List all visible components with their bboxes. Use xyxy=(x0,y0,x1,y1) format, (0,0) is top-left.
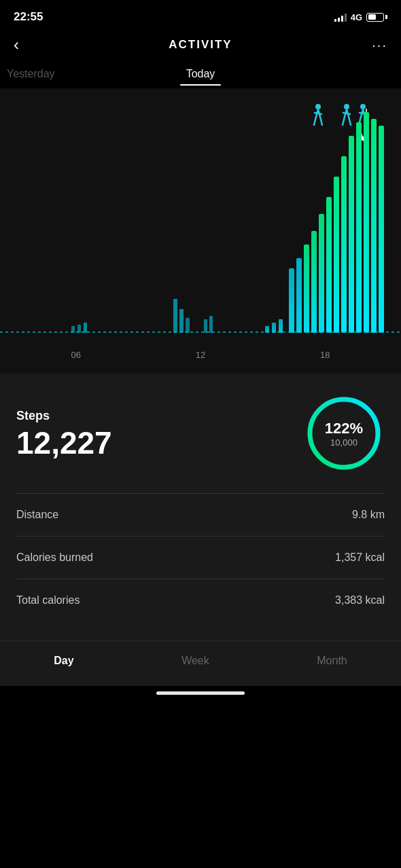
circle-center: 122% 10,000 xyxy=(325,420,363,448)
svg-rect-33 xyxy=(319,214,324,333)
x-axis-labels: 06 12 18 xyxy=(0,350,401,360)
total-calories-label: Total calories xyxy=(16,594,80,607)
network-type: 4G xyxy=(351,12,362,22)
svg-rect-40 xyxy=(371,119,377,333)
activity-chart: ★ xyxy=(0,88,401,374)
tab-month[interactable]: Month xyxy=(303,652,360,670)
svg-rect-41 xyxy=(379,126,384,333)
calories-burned-label: Calories burned xyxy=(16,551,93,564)
header: ‹ ACTIVITY ··· xyxy=(0,30,401,62)
svg-rect-39 xyxy=(364,112,369,333)
status-time: 22:55 xyxy=(14,10,43,24)
x-label-18: 18 xyxy=(320,350,330,360)
svg-rect-28 xyxy=(279,319,283,333)
tab-day[interactable]: Day xyxy=(40,652,87,670)
distance-label: Distance xyxy=(16,509,58,521)
x-label-06: 06 xyxy=(71,350,80,360)
back-button[interactable]: ‹ xyxy=(14,35,41,54)
calories-burned-value: 1,357 kcal xyxy=(335,551,385,564)
svg-rect-29 xyxy=(289,268,294,333)
svg-rect-30 xyxy=(296,258,302,333)
svg-rect-38 xyxy=(356,122,362,333)
steps-label: Steps xyxy=(16,409,112,423)
status-bar: 22:55 4G xyxy=(0,0,401,30)
steps-progress-circle: 122% 10,000 xyxy=(303,393,385,474)
steps-value: 12,227 xyxy=(16,427,112,458)
svg-rect-34 xyxy=(326,197,332,333)
page-title: ACTIVITY xyxy=(169,38,232,52)
svg-rect-22 xyxy=(179,309,184,333)
tab-yesterday[interactable]: Yesterday xyxy=(0,62,55,86)
bottom-tab-bar: Day Week Month xyxy=(0,640,401,686)
chart-bars xyxy=(0,109,401,333)
svg-rect-21 xyxy=(173,299,177,333)
stats-section: Steps 12,227 122% 10,000 xyxy=(0,374,401,640)
tab-today[interactable]: Today xyxy=(170,62,232,86)
svg-rect-24 xyxy=(204,319,207,333)
home-bar xyxy=(156,691,245,695)
calories-burned-row: Calories burned 1,357 kcal xyxy=(16,537,385,579)
distance-value: 9.8 km xyxy=(352,509,385,521)
battery-icon xyxy=(366,13,387,22)
x-label-12: 12 xyxy=(196,350,205,360)
total-calories-value: 3,383 kcal xyxy=(335,594,385,607)
menu-button[interactable]: ··· xyxy=(360,37,387,53)
steps-info: Steps 12,227 xyxy=(16,409,112,458)
svg-rect-37 xyxy=(349,136,354,333)
baseline-dotted xyxy=(0,331,401,333)
distance-row: Distance 9.8 km xyxy=(16,494,385,537)
svg-rect-23 xyxy=(186,318,190,333)
svg-rect-25 xyxy=(209,316,213,333)
steps-goal: 10,000 xyxy=(325,437,363,448)
svg-rect-36 xyxy=(341,156,347,333)
svg-rect-31 xyxy=(304,245,309,333)
tab-week[interactable]: Week xyxy=(168,652,223,670)
steps-percentage: 122% xyxy=(325,420,363,437)
svg-rect-32 xyxy=(311,231,317,333)
home-indicator xyxy=(0,686,401,703)
steps-row: Steps 12,227 122% 10,000 xyxy=(16,393,385,474)
signal-icon xyxy=(334,12,347,22)
tab-bar: Yesterday Today xyxy=(0,62,401,88)
status-icons: 4G xyxy=(334,12,387,22)
total-calories-row: Total calories 3,383 kcal xyxy=(16,579,385,621)
svg-rect-35 xyxy=(334,177,339,333)
